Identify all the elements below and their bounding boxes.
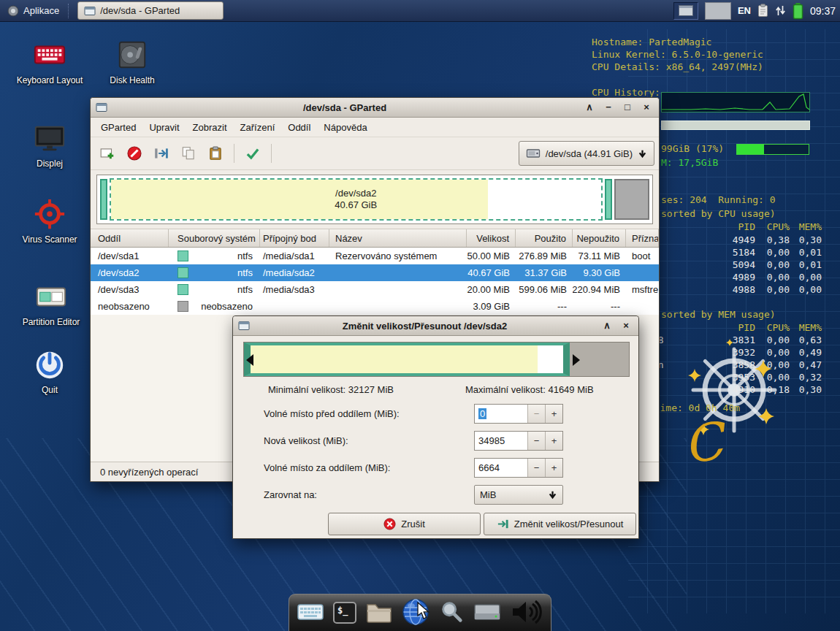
filesystem-color-swatch — [177, 251, 188, 261]
copy-button[interactable] — [176, 141, 201, 166]
cell-filesystem: neobsazeno — [169, 298, 260, 315]
partition-block-sda3[interactable] — [605, 179, 613, 220]
updown-arrows-icon[interactable] — [775, 4, 786, 18]
desktop-icon-virus-scanner[interactable]: Virus Scanner — [15, 197, 85, 245]
menu-zobrazit[interactable]: Zobrazit — [186, 119, 234, 136]
paste-button[interactable] — [203, 141, 228, 166]
process-row: 51840,000,01 — [647, 247, 822, 258]
resize-apply-icon — [497, 518, 509, 530]
terminal-glyph: $_ — [337, 605, 348, 616]
spin-value[interactable]: 0 — [475, 405, 527, 423]
header-priznaky[interactable]: Přízna — [626, 229, 659, 247]
resize-move-button[interactable] — [149, 141, 174, 166]
applications-menu-button[interactable]: Aplikace — [4, 4, 62, 18]
workspace-pager[interactable] — [673, 2, 698, 20]
left-grip-arrow-icon[interactable] — [246, 354, 253, 366]
filesystem-label: ntfs — [237, 267, 253, 278]
conky-disk-usage: 99GiB (17%) — [661, 143, 724, 154]
table-row-sda2[interactable]: /dev/sda2 ntfs /media/sda2 40.67 GiB 31.… — [91, 264, 659, 281]
gparted-titlebar[interactable]: /dev/sda - GParted ∧ − □ × — [91, 98, 659, 118]
free-space-before-spinbox[interactable]: 0 − + — [474, 404, 563, 424]
process-row: 49100,180,30 — [647, 384, 822, 395]
cancel-button-label: Zrušit — [401, 519, 425, 529]
spin-minus-button[interactable]: − — [527, 459, 545, 477]
header-souborovy-system[interactable]: Souborový systém — [169, 229, 260, 247]
taskbar-window-button[interactable]: /dev/sda - GParted — [77, 1, 224, 20]
spin-minus-button[interactable]: − — [527, 405, 545, 423]
close-button[interactable]: × — [639, 100, 654, 115]
dock-disk-button[interactable] — [473, 601, 501, 625]
menu-oddil[interactable]: Oddíl — [281, 119, 317, 136]
dock-terminal-button[interactable]: $_ — [333, 602, 356, 624]
header-pripojny-bod[interactable]: Přípojný bod — [260, 229, 329, 247]
unallocated-block[interactable] — [614, 179, 649, 220]
toolbar-separator — [271, 144, 272, 163]
dock-search-button[interactable] — [439, 600, 464, 627]
spin-plus-button[interactable]: + — [545, 405, 562, 423]
dock-keyboard-button[interactable] — [297, 603, 324, 623]
dock-volume-button[interactable] — [511, 599, 543, 627]
tray-icon-box[interactable] — [705, 2, 731, 20]
close-button[interactable]: × — [619, 318, 633, 333]
header-nepouzito[interactable]: Nepoužito — [573, 229, 626, 247]
desktop-icon-keyboard-layout[interactable]: Keyboard Layout — [15, 38, 85, 85]
desktop-icon-displej[interactable]: Displej — [15, 121, 85, 169]
desktop-icon-label: Keyboard Layout — [17, 75, 83, 85]
spin-plus-button[interactable]: + — [545, 432, 562, 450]
dialog-titlebar[interactable]: Změnit velikost/Přesunout /dev/sda2 ∧ × — [233, 316, 638, 336]
free-space-after-spinbox[interactable]: 6664 − + — [474, 458, 563, 478]
window-title: /dev/sda - GParted — [112, 102, 578, 113]
table-row-sda3[interactable]: /dev/sda3 ntfs /media/sda3 820.00 MiB 59… — [91, 281, 659, 298]
paste-icon — [207, 145, 224, 161]
delete-partition-button[interactable] — [122, 141, 147, 166]
device-selector[interactable]: /dev/sda (44.91 GiB) — [519, 141, 654, 166]
partition-block-sda2-selected[interactable]: /dev/sda2 40.67 GiB — [110, 178, 603, 221]
menu-zarizeni[interactable]: Zařízení — [234, 119, 282, 136]
apply-operations-button[interactable] — [240, 141, 265, 166]
minimize-button[interactable]: − — [601, 100, 616, 115]
maximize-button[interactable]: □ — [620, 100, 635, 115]
new-size-spinbox[interactable]: 34985 − + — [474, 431, 563, 451]
dialog-body: Minimální velikost: 32127 MiB Maximální … — [233, 336, 638, 538]
conky-hostname: Hostname: PartedMagic — [592, 37, 711, 47]
partition-block-sda1[interactable] — [100, 179, 107, 220]
spin-minus-button[interactable]: − — [527, 432, 545, 450]
keyboard-layout-indicator[interactable]: EN — [738, 5, 751, 16]
desktop-icon-label: Virus Scanner — [22, 234, 77, 245]
battery-icon[interactable] — [793, 2, 803, 20]
table-row-sda1[interactable]: /dev/sda1 ntfs /media/sda1 Rezervováno s… — [91, 248, 659, 264]
spin-value[interactable]: 6664 — [475, 459, 527, 477]
menu-gparted[interactable]: GParted — [94, 119, 142, 136]
spin-value[interactable]: 34985 — [475, 432, 527, 450]
gparted-toolbar: /dev/sda (44.91 GiB) — [91, 137, 659, 170]
cancel-button[interactable]: Zrušit — [328, 513, 481, 535]
table-row-unallocated[interactable]: neobsazeno neobsazeno 3.09 GiB --- --- — [91, 298, 659, 315]
desktop-icon-disk-health[interactable]: Disk Health — [97, 38, 167, 85]
process-row: 3838310,000,63 — [647, 334, 822, 345]
right-grip-arrow-icon[interactable] — [573, 354, 580, 366]
shade-button[interactable]: ∧ — [582, 100, 597, 115]
header-nazev[interactable]: Název — [329, 229, 467, 247]
header-velikost[interactable]: Velikost — [467, 229, 516, 247]
clock[interactable]: 09:37 — [810, 5, 836, 17]
resize-widget — [243, 342, 630, 377]
cell-used: 599.06 MiB — [516, 281, 573, 298]
apply-resize-button[interactable]: Změnit velikost/Přesunout — [484, 513, 636, 535]
speaker-icon — [511, 599, 543, 625]
menu-napoveda[interactable]: Nápověda — [317, 119, 373, 136]
header-oddil[interactable]: Oddíl — [91, 229, 169, 247]
new-partition-button[interactable] — [95, 141, 120, 166]
resize-partition-area[interactable] — [244, 343, 570, 376]
desktop-icon-quit[interactable]: Quit — [15, 348, 85, 395]
cell-name — [329, 264, 467, 281]
spin-plus-button[interactable]: + — [545, 459, 562, 477]
header-pouzito[interactable]: Použito — [516, 229, 573, 247]
dock-browser-button[interactable] — [402, 598, 429, 628]
menu-upravit[interactable]: Upravit — [142, 119, 186, 136]
align-to-select[interactable]: MiB — [474, 485, 563, 505]
desktop-icon-partition-editor[interactable]: Partition Editor — [16, 280, 86, 327]
clipboard-icon[interactable] — [757, 4, 768, 18]
dock-file-manager-button[interactable] — [366, 601, 392, 625]
desktop: Hostname: PartedMagic Linux Kernel: 6.5.… — [0, 0, 840, 631]
shade-button[interactable]: ∧ — [600, 318, 614, 333]
